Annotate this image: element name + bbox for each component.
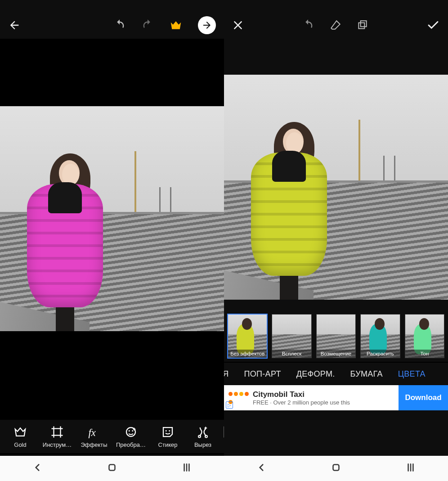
eraser-icon[interactable] (330, 19, 341, 31)
apply-check-icon[interactable] (426, 18, 440, 32)
effect-thumbnail-row[interactable]: Без эффектовВсплескВозмещениеРаскраситьТ… (224, 314, 448, 362)
nav-back-icon[interactable] (255, 462, 267, 475)
top-toolbar (224, 12, 448, 39)
editor-screen-main: Gold Инструм… fx Эффекты Преобра… Стикер… (0, 0, 224, 481)
thumb-label: Раскрасить (361, 350, 399, 358)
tool-label: Эффекты (81, 441, 107, 448)
next-button[interactable] (198, 16, 216, 34)
svg-point-3 (129, 430, 130, 432)
svg-point-8 (205, 435, 207, 437)
canvas-area[interactable] (224, 39, 448, 314)
effect-thumb[interactable]: Без эффектов (228, 314, 267, 358)
thumb-label: Тон (405, 350, 444, 358)
category-tab[interactable]: ИЯ (224, 369, 229, 379)
premium-crown-icon[interactable] (169, 18, 183, 32)
tool-sticker[interactable]: Стикер (150, 425, 185, 448)
nav-recents-icon[interactable] (405, 462, 417, 475)
effect-category-tabs[interactable]: ИЯПОП-АРТДЕФОРМ.БУМАГАЦВЕТА (224, 363, 448, 385)
svg-rect-11 (358, 23, 364, 29)
svg-text:fx: fx (89, 427, 96, 438)
category-tab[interactable]: ДЕФОРМ. (296, 369, 335, 379)
ad-title: Citymobil Taxi (253, 390, 350, 399)
tool-gold[interactable]: Gold (3, 425, 38, 448)
tool-label: Инструм… (43, 441, 72, 448)
tool-label: Стикер (158, 441, 178, 448)
svg-rect-10 (109, 465, 115, 471)
effect-thumb[interactable]: Возмещение (316, 314, 356, 358)
effect-thumb[interactable]: Тон (405, 314, 444, 358)
close-icon[interactable] (232, 19, 244, 31)
redo-icon[interactable] (141, 19, 154, 31)
nav-home-icon[interactable] (106, 462, 118, 475)
back-arrow-icon[interactable] (8, 19, 21, 31)
thumb-label: Всплеск (272, 350, 311, 358)
tool-instruments[interactable]: Инструм… (38, 425, 76, 448)
svg-rect-13 (333, 465, 339, 471)
tool-beautify[interactable]: Преобра… (112, 425, 150, 448)
tool-text[interactable]: Те (220, 425, 224, 448)
status-bar (224, 0, 448, 12)
nav-home-icon[interactable] (330, 462, 342, 475)
svg-point-4 (132, 430, 133, 432)
tool-label: Вырез (194, 441, 211, 448)
ad-download-button[interactable]: Download (399, 385, 448, 410)
svg-rect-0 (54, 428, 61, 435)
android-nav-bar (224, 456, 448, 481)
canvas-area[interactable] (0, 39, 224, 439)
category-tab[interactable]: БУМАГА (350, 369, 383, 379)
layers-icon[interactable] (357, 19, 368, 31)
tool-label: Преобра… (116, 441, 146, 448)
tool-cutout[interactable]: Вырез (185, 425, 220, 448)
thumb-label: Возмещение (317, 350, 355, 358)
nav-recents-icon[interactable] (181, 462, 193, 475)
tool-label: Gold (14, 441, 26, 448)
category-tab[interactable]: ПОП-АРТ (244, 369, 281, 379)
tool-effects[interactable]: fx Эффекты (76, 425, 112, 448)
photo-preview[interactable] (224, 75, 448, 300)
category-tab[interactable]: ЦВЕТА (398, 369, 426, 379)
undo-icon[interactable] (113, 19, 126, 31)
svg-point-5 (166, 430, 167, 432)
effect-thumb[interactable]: Всплеск (272, 314, 311, 358)
status-bar (0, 0, 224, 12)
ad-subtitle: FREE · Over 2 million people use this (253, 399, 350, 406)
photo-preview[interactable] (0, 106, 224, 331)
ad-banner[interactable]: ▷ Citymobil Taxi FREE · Over 2 million p… (224, 385, 448, 410)
top-toolbar (0, 12, 224, 39)
nav-back-icon[interactable] (31, 462, 43, 475)
svg-point-7 (198, 435, 201, 437)
android-nav-bar (0, 456, 224, 481)
ad-badge-icon: ▷ (226, 401, 233, 409)
bottom-tool-row: Gold Инструм… fx Эффекты Преобра… Стикер… (0, 420, 224, 453)
effect-thumb[interactable]: Раскрасить (360, 314, 400, 358)
undo-icon[interactable] (302, 19, 314, 31)
editor-screen-effects: Без эффектовВсплескВозмещениеРаскраситьТ… (224, 0, 448, 481)
svg-rect-12 (361, 21, 367, 27)
spacer (224, 410, 448, 456)
svg-point-6 (169, 430, 170, 432)
thumb-label: Без эффектов (228, 350, 267, 358)
